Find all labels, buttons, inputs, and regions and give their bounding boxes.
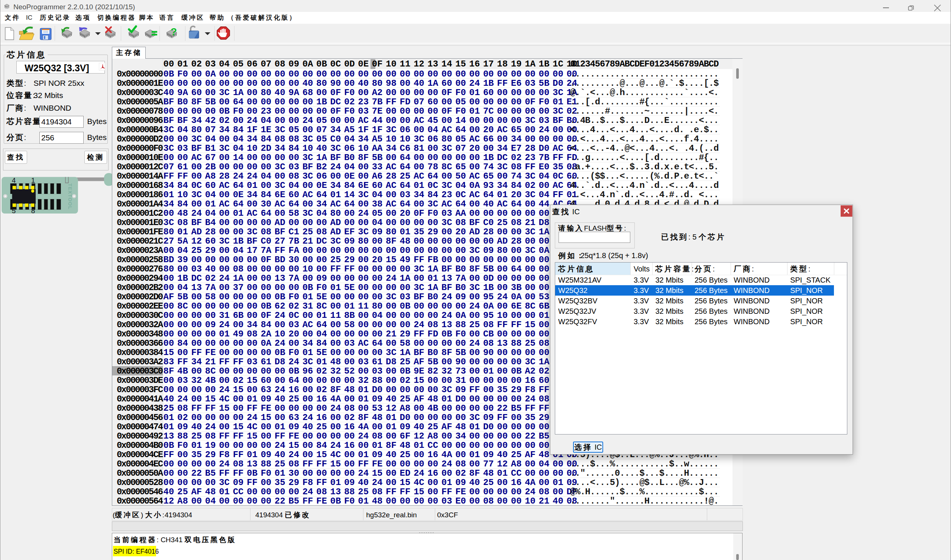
svg-text:1: 1: [31, 176, 35, 184]
svg-text:TEXTOOL: TEXTOOL: [67, 183, 73, 210]
svg-text:4: 4: [12, 176, 16, 184]
svg-text:5: 5: [12, 207, 16, 215]
svg-text:8: 8: [31, 207, 35, 215]
svg-text:?: ?: [171, 26, 177, 37]
